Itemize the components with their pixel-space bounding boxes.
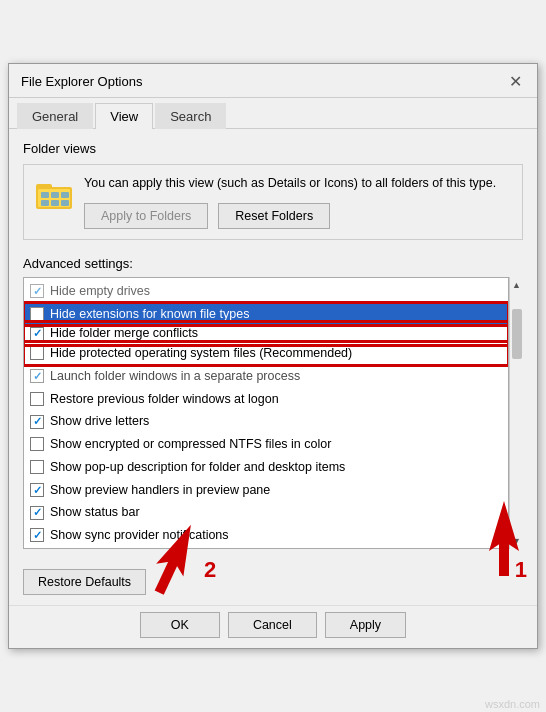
item-label: Show status bar xyxy=(50,503,140,522)
item-label: Restore previous folder windows at logon xyxy=(50,390,279,409)
tab-view[interactable]: View xyxy=(95,103,153,129)
item-label: Hide extensions for known file types xyxy=(50,305,249,324)
list-item: Show encrypted or compressed NTFS files … xyxy=(24,433,508,456)
list-item: Show pop-up description for folder and d… xyxy=(24,456,508,479)
item-label: Hide protected operating system files (R… xyxy=(50,344,352,363)
folder-views-text: You can apply this view (such as Details… xyxy=(84,175,510,229)
checkbox-hide-ext[interactable] xyxy=(30,307,44,321)
list-item: Show sync provider notifications xyxy=(24,524,508,547)
item-label: Launch folder windows in a separate proc… xyxy=(50,367,300,386)
cancel-button[interactable]: Cancel xyxy=(228,612,317,638)
ok-button[interactable]: OK xyxy=(140,612,220,638)
list-item: Hide empty drives xyxy=(24,280,508,303)
file-explorer-options-window: File Explorer Options ✕ General View Sea… xyxy=(8,63,538,649)
advanced-settings-label: Advanced settings: xyxy=(23,256,523,271)
apply-button[interactable]: Apply xyxy=(325,612,406,638)
settings-list-wrapper: Hide empty drives Hide extensions for kn… xyxy=(23,277,509,549)
checkbox-show-popup[interactable] xyxy=(30,460,44,474)
list-item: Show status bar xyxy=(24,501,508,524)
close-button[interactable]: ✕ xyxy=(503,70,527,94)
checkbox-show-drive[interactable] xyxy=(30,415,44,429)
checkbox-show-encrypted[interactable] xyxy=(30,437,44,451)
checkbox-show-status[interactable] xyxy=(30,506,44,520)
tab-search[interactable]: Search xyxy=(155,103,226,129)
svg-rect-10 xyxy=(499,541,509,576)
tab-general[interactable]: General xyxy=(17,103,93,129)
bottom-area: Restore Defaults xyxy=(9,561,537,601)
checkbox-show-preview[interactable] xyxy=(30,483,44,497)
svg-marker-11 xyxy=(156,518,204,576)
settings-list: Hide empty drives Hide extensions for kn… xyxy=(24,278,508,548)
watermark: wsxdn.com xyxy=(485,698,540,710)
list-item: Show drive letters xyxy=(24,410,508,433)
scroll-up-arrow[interactable]: ▲ xyxy=(509,277,524,293)
main-content: Folder views You can apply this view (su… xyxy=(9,129,537,561)
checkbox-hide-os[interactable] xyxy=(30,346,44,360)
item-label: Hide folder merge conflicts xyxy=(50,324,198,343)
apply-to-folders-button[interactable]: Apply to Folders xyxy=(84,203,208,229)
title-bar: File Explorer Options ✕ xyxy=(9,64,537,98)
svg-rect-8 xyxy=(61,200,69,206)
folder-views-description: You can apply this view (such as Details… xyxy=(84,175,510,193)
list-item: Restore previous folder windows at logon xyxy=(24,388,508,411)
folder-views-box: You can apply this view (such as Details… xyxy=(23,164,523,240)
folder-views-buttons: Apply to Folders Reset Folders xyxy=(84,203,510,229)
checkbox-show-sync[interactable] xyxy=(30,528,44,542)
item-label: Show pop-up description for folder and d… xyxy=(50,458,345,477)
scrollbar-thumb[interactable] xyxy=(512,309,522,359)
window-title: File Explorer Options xyxy=(21,74,142,89)
svg-rect-6 xyxy=(41,200,49,206)
list-item: Use check boxes to select items xyxy=(24,547,508,548)
list-item: Show preview handlers in preview pane xyxy=(24,479,508,502)
checkbox-restore-prev[interactable] xyxy=(30,392,44,406)
svg-rect-5 xyxy=(61,192,69,198)
restore-defaults-button[interactable]: Restore Defaults xyxy=(23,569,146,595)
svg-rect-4 xyxy=(51,192,59,198)
arrow-1-icon xyxy=(479,501,529,581)
item-label: Show drive letters xyxy=(50,412,149,431)
item-label: Show encrypted or compressed NTFS files … xyxy=(50,435,331,454)
list-item: Launch folder windows in a separate proc… xyxy=(24,365,508,388)
svg-rect-12 xyxy=(155,559,179,595)
checkbox-hide-merge[interactable] xyxy=(30,327,44,341)
reset-folders-button[interactable]: Reset Folders xyxy=(218,203,330,229)
checkbox-hide-empty[interactable] xyxy=(30,284,44,298)
svg-rect-3 xyxy=(41,192,49,198)
checkbox-launch-folder[interactable] xyxy=(30,369,44,383)
list-item: Hide protected operating system files (R… xyxy=(24,342,508,365)
item-label: Hide empty drives xyxy=(50,282,150,301)
item-label: Show preview handlers in preview pane xyxy=(50,481,270,500)
folder-views-label: Folder views xyxy=(23,141,523,156)
folder-icon xyxy=(36,179,74,211)
settings-container: Hide empty drives Hide extensions for kn… xyxy=(23,277,523,549)
svg-rect-7 xyxy=(51,200,59,206)
dialog-buttons: OK Cancel Apply xyxy=(9,605,537,648)
tab-bar: General View Search xyxy=(9,102,537,129)
